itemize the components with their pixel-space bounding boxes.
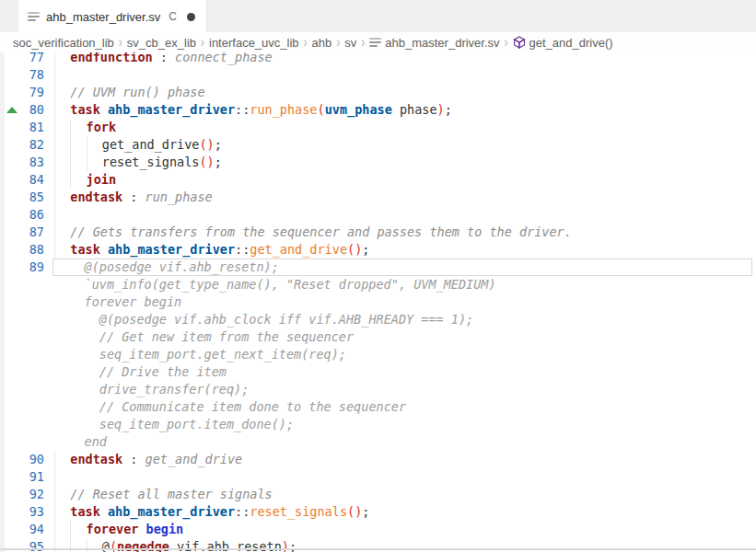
code-editor[interactable]: 77endfunction : connect_phase7879// UVM …	[0, 52, 756, 552]
code-line-78[interactable]: 78	[0, 66, 756, 84]
line-number[interactable]	[24, 416, 44, 433]
code-line-79[interactable]: 79// UVM run() phase	[0, 84, 756, 101]
code-text: join	[44, 171, 116, 189]
code-line-91[interactable]: 91	[0, 468, 756, 486]
breadcrumb-item[interactable]: sv_cb_ex_lib	[127, 36, 196, 50]
breadcrumb-item[interactable]: sv	[344, 36, 356, 50]
line-number[interactable]: 82	[24, 136, 44, 154]
line-number[interactable]	[24, 433, 44, 451]
token-paren: ()	[347, 242, 362, 257]
line-number[interactable]: 80	[24, 101, 44, 119]
change-marker-icon[interactable]	[6, 107, 17, 113]
line-number[interactable]: 94	[24, 521, 44, 538]
line-number[interactable]: 89	[24, 259, 44, 276]
line-number[interactable]: 81	[24, 119, 44, 136]
ghost-text: // Communicate item done to the sequence…	[99, 399, 406, 414]
git-status-badge: C	[169, 10, 177, 23]
token-plain	[100, 102, 108, 117]
line-number[interactable]: 85	[24, 189, 44, 206]
ghost-suggestion-line[interactable]: // Get new item from the sequencer	[0, 328, 756, 346]
token-plain: ;	[362, 242, 369, 257]
file-list-icon	[28, 12, 40, 21]
ghost-suggestion-line[interactable]: @(posedge vif.ahb_clock iff vif.AHB_HREA…	[0, 311, 756, 328]
ghost-suggestion-line[interactable]: drive_transfer(req);	[0, 381, 756, 398]
code-text: task ahb_master_driver::reset_signals();	[44, 503, 369, 521]
line-number[interactable]	[24, 276, 44, 293]
line-number[interactable]: 79	[24, 84, 44, 101]
code-line-87[interactable]: 87// Gets transfers from the sequencer a…	[0, 224, 756, 241]
bottom-divider	[0, 548, 756, 550]
token-plain	[137, 452, 145, 466]
line-number[interactable]	[24, 311, 44, 328]
line-number[interactable]	[24, 363, 44, 381]
code-text: seq_item_port.get_next_item(req);	[44, 346, 346, 363]
vscode-window: ahb_master_driver.sv C soc_verification_…	[0, 0, 756, 552]
line-number[interactable]	[24, 381, 44, 398]
line-number[interactable]: 90	[24, 451, 44, 468]
code-line-77[interactable]: 77endfunction : connect_phase	[0, 52, 756, 66]
line-number[interactable]: 77	[24, 52, 44, 66]
line-number[interactable]	[24, 398, 44, 416]
code-line-92[interactable]: 92// Reset all master signals	[0, 486, 756, 503]
code-line-84[interactable]: 84join	[0, 171, 756, 189]
line-number[interactable]: 87	[24, 224, 44, 241]
code-line-86[interactable]: 86	[0, 206, 756, 224]
ghost-suggestion-line[interactable]: seq_item_port.item_done();	[0, 416, 756, 433]
line-number[interactable]	[24, 328, 44, 346]
ghost-suggestion-line[interactable]: // Drive the item	[0, 363, 756, 381]
code-text: endtask : run_phase	[44, 189, 213, 206]
ghost-suggestion-line[interactable]: `uvm_info(get_type_name(), "Reset droppe…	[0, 276, 756, 293]
ghost-suggestion-line[interactable]: seq_item_port.get_next_item(req);	[0, 346, 756, 363]
indent-guide	[87, 136, 102, 154]
ghost-text: drive_transfer(req);	[99, 382, 250, 397]
symbol-method-icon	[513, 36, 526, 49]
indent-guide	[54, 224, 70, 241]
code-line-83[interactable]: 83reset_signals();	[0, 154, 756, 171]
line-number[interactable]: 88	[24, 241, 44, 259]
ghost-suggestion-line[interactable]: forever begin	[0, 293, 756, 311]
chevron-right-icon: ›	[505, 34, 508, 51]
breadcrumb-item-symbol[interactable]: get_and_drive()	[513, 36, 613, 50]
breadcrumb-item-file[interactable]: ahb_master_driver.sv	[369, 36, 499, 50]
line-number[interactable]	[24, 346, 44, 363]
tab-bar: ahb_master_driver.sv C	[0, 0, 756, 33]
line-number[interactable]: 93	[24, 503, 44, 521]
code-line-82[interactable]: 82get_and_drive();	[0, 136, 756, 154]
code-line-85[interactable]: 85endtask : run_phase	[0, 189, 756, 206]
token-plain: ;	[215, 155, 222, 169]
line-number[interactable]: 92	[24, 486, 44, 503]
breadcrumb: soc_verification_lib › sv_cb_ex_lib › in…	[0, 32, 756, 52]
line-number[interactable]: 78	[24, 66, 44, 84]
indent-guide	[54, 171, 70, 189]
code-text: // UVM run() phase	[44, 84, 205, 101]
code-line-89[interactable]: 89 @(posedge vif.ahb_resetn);	[0, 259, 756, 276]
breadcrumb-item[interactable]: soc_verification_lib	[13, 36, 114, 50]
code-text	[44, 206, 70, 224]
line-number[interactable]: 86	[24, 206, 44, 224]
code-text: seq_item_port.item_done();	[44, 416, 294, 433]
code-line-94[interactable]: 94forever begin	[0, 521, 756, 538]
modified-dot-icon[interactable]	[187, 13, 195, 21]
tab-filename: ahb_master_driver.sv	[46, 10, 160, 24]
code-line-80[interactable]: 80task ahb_master_driver::run_phase(uvm_…	[0, 101, 756, 119]
token-punct: ::	[235, 102, 250, 117]
glyph-margin	[0, 136, 24, 154]
ghost-suggestion-line[interactable]: end	[0, 433, 756, 451]
breadcrumb-item[interactable]: ahb	[312, 36, 332, 50]
breadcrumb-item[interactable]: interface_uvc_lib	[209, 36, 299, 50]
code-text: get_and_drive();	[44, 136, 222, 154]
token-comment: // UVM run() phase	[70, 85, 204, 99]
token-plain	[138, 522, 145, 536]
line-number[interactable]: 83	[24, 154, 44, 171]
code-line-88[interactable]: 88task ahb_master_driver::get_and_drive(…	[0, 241, 756, 259]
code-line-81[interactable]: 81fork	[0, 119, 756, 136]
line-number[interactable]	[24, 293, 44, 311]
code-text: `uvm_info(get_type_name(), "Reset droppe…	[44, 276, 496, 293]
code-line-93[interactable]: 93task ahb_master_driver::reset_signals(…	[0, 503, 756, 521]
tab-ahb-master-driver[interactable]: ahb_master_driver.sv C	[18, 0, 207, 33]
ghost-suggestion-line[interactable]: // Communicate item done to the sequence…	[0, 398, 756, 416]
line-number[interactable]: 91	[24, 468, 44, 486]
token-plain: get_and_drive	[102, 137, 200, 152]
line-number[interactable]: 84	[24, 171, 44, 189]
code-line-90[interactable]: 90endtask : get_and_drive	[0, 451, 756, 468]
